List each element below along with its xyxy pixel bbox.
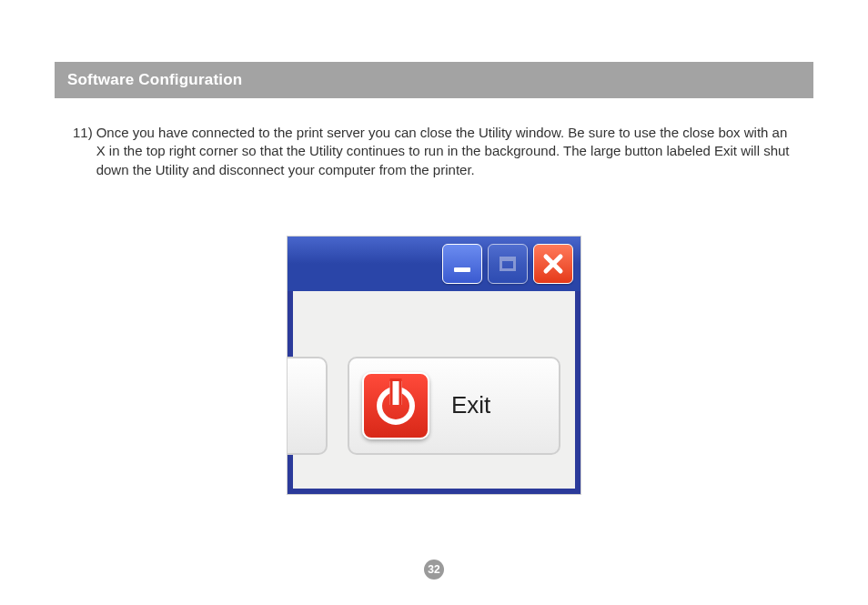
window-titlebar bbox=[288, 237, 580, 291]
window-client-area: Exit bbox=[293, 291, 575, 489]
content-area: 11) Once you have connected to the print… bbox=[55, 98, 813, 495]
exit-button[interactable]: Exit bbox=[348, 357, 560, 455]
page-number-badge: 32 bbox=[424, 560, 444, 580]
maximize-icon bbox=[488, 244, 528, 284]
screenshot-figure: Exit bbox=[287, 236, 581, 495]
section-header: Software Configuration bbox=[55, 62, 813, 98]
step-text: Once you have connected to the print ser… bbox=[96, 124, 795, 179]
close-icon[interactable] bbox=[533, 244, 573, 284]
power-icon bbox=[362, 372, 429, 439]
exit-button-label: Exit bbox=[451, 391, 490, 419]
minimize-icon[interactable] bbox=[442, 244, 482, 284]
instruction-step: 11) Once you have connected to the print… bbox=[73, 124, 795, 179]
page-number: 32 bbox=[428, 563, 439, 576]
partial-button[interactable] bbox=[287, 357, 328, 455]
step-number: 11) bbox=[73, 124, 93, 142]
section-title: Software Configuration bbox=[67, 71, 242, 88]
